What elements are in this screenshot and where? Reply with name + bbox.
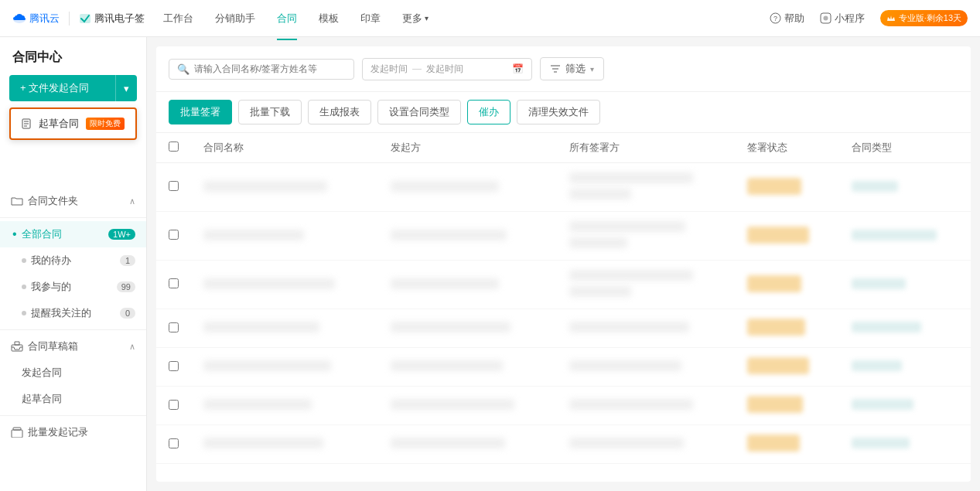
- initiate-dropdown-arrow[interactable]: ▾: [115, 75, 137, 101]
- divider-2: [0, 329, 146, 330]
- status-cell: [735, 387, 838, 425]
- folder-section-header[interactable]: 合同文件夹 ∧: [0, 188, 146, 214]
- sidebar-item-all-contracts[interactable]: 全部合同 1W+: [0, 221, 146, 247]
- calendar-icon: 📅: [512, 63, 524, 74]
- sender-cell: [378, 261, 556, 309]
- filter-chevron-icon: ▾: [590, 65, 594, 73]
- folder-chevron-icon: ∧: [129, 196, 135, 206]
- nav-contract[interactable]: 合同: [277, 9, 297, 29]
- sidebar-item-draft-contract[interactable]: 起草合同: [0, 386, 146, 412]
- search-icon: 🔍: [177, 63, 190, 75]
- sidebar-item-initiate-contract[interactable]: 发起合同: [0, 360, 146, 386]
- reminded-badge: 0: [120, 308, 135, 319]
- page-title: 合同中心: [0, 37, 146, 75]
- signers-cell: [557, 309, 735, 348]
- date-range-picker[interactable]: 发起时间 — 发起时间 📅: [362, 58, 532, 80]
- page-layout: 合同中心 + 文件发起合同 ▾ 起草合同: [0, 37, 980, 491]
- table-row: [156, 309, 971, 348]
- content-card: 🔍 发起时间 — 发起时间 📅 筛选 ▾: [156, 46, 971, 482]
- contract-name-cell: [191, 163, 378, 212]
- nav-workbench[interactable]: 工作台: [163, 9, 193, 29]
- date-end-label: 发起时间: [426, 63, 463, 76]
- col-contract-name: 合同名称: [191, 133, 378, 163]
- type-cell: [839, 163, 971, 212]
- sidebar-item-batch-records[interactable]: 批量发起记录: [0, 419, 146, 445]
- filter-button[interactable]: 筛选 ▾: [540, 57, 604, 80]
- sidebar-item-my-pending[interactable]: 我的待办 1: [0, 247, 146, 274]
- tencent-cloud-logo[interactable]: 腾讯云: [12, 12, 60, 26]
- help-icon: ?: [770, 12, 781, 24]
- svg-rect-11: [12, 430, 22, 438]
- row-checkbox[interactable]: [169, 181, 179, 191]
- vip-badge[interactable]: 专业版·剩余13天: [880, 10, 968, 26]
- status-cell: [735, 348, 838, 387]
- col-sender: 发起方: [378, 133, 556, 163]
- type-cell: [839, 212, 971, 261]
- nav-distribution[interactable]: 分销助手: [215, 9, 255, 29]
- nav-right-area: ? 帮助 小程序 专业版·剩余13天: [770, 10, 968, 26]
- sender-cell: [378, 348, 556, 387]
- esign-logo[interactable]: 腾讯电子签: [69, 12, 145, 26]
- batch-download-button[interactable]: 批量下载: [238, 100, 302, 124]
- inbox-svg: [11, 341, 23, 352]
- initiate-dropdown-menu: 起草合同 限时免费: [9, 107, 137, 140]
- chevron-down-icon: ▾: [425, 14, 429, 22]
- contract-name-cell: [191, 261, 378, 309]
- dot-icon: [22, 258, 26, 263]
- nav-seal[interactable]: 印章: [360, 9, 381, 29]
- table-row: [156, 387, 971, 425]
- status-cell: [735, 425, 838, 464]
- help-link[interactable]: ? 帮助: [770, 12, 804, 26]
- search-input-wrap[interactable]: 🔍: [169, 59, 354, 80]
- row-checkbox[interactable]: [169, 438, 179, 448]
- draft-chevron-icon: ∧: [129, 342, 135, 352]
- nav-template[interactable]: 模板: [319, 9, 339, 29]
- sidebar: 合同中心 + 文件发起合同 ▾ 起草合同: [0, 37, 147, 491]
- batch-sign-button[interactable]: 批量签署: [169, 100, 232, 124]
- miniprogram-link[interactable]: 小程序: [820, 12, 865, 26]
- contract-name-cell: [191, 348, 378, 387]
- all-contracts-badge: 1W+: [108, 229, 135, 240]
- type-cell: [839, 309, 971, 348]
- edit-icon: [22, 118, 32, 129]
- row-checkbox[interactable]: [169, 278, 179, 288]
- generate-report-button[interactable]: 生成报表: [308, 100, 371, 124]
- participated-badge: 99: [117, 281, 135, 292]
- row-checkbox[interactable]: [169, 230, 179, 240]
- type-cell: [839, 425, 971, 464]
- type-cell: [839, 387, 971, 425]
- sidebar-item-participated[interactable]: 我参与的 99: [0, 274, 146, 300]
- clear-invalid-button[interactable]: 清理失效文件: [517, 100, 600, 124]
- esign-logo-icon: [79, 12, 91, 25]
- date-separator: —: [412, 63, 422, 74]
- search-input[interactable]: [194, 63, 346, 74]
- row-checkbox[interactable]: [169, 361, 179, 371]
- status-cell: [735, 261, 838, 309]
- set-contract-type-button[interactable]: 设置合同类型: [377, 100, 461, 124]
- date-start-label: 发起时间: [370, 63, 408, 76]
- signers-cell: [557, 387, 735, 425]
- select-all-checkbox[interactable]: [169, 142, 179, 152]
- action-toolbar: 批量签署 批量下载 生成报表 设置合同类型 催办 清理失效文件: [156, 92, 971, 133]
- draft-contract-menu-item[interactable]: 起草合同 限时免费: [11, 109, 135, 138]
- row-checkbox[interactable]: [169, 400, 179, 410]
- sender-cell: [378, 309, 556, 348]
- nav-more[interactable]: 更多 ▾: [402, 9, 429, 29]
- urge-button[interactable]: 催办: [467, 100, 510, 124]
- sidebar-section-folder: 合同文件夹 ∧: [0, 188, 146, 214]
- initiate-button-area: + 文件发起合同 ▾ 起草合同 限时免费: [0, 75, 146, 107]
- contract-name-cell: [191, 425, 378, 464]
- file-initiate-button[interactable]: + 文件发起合同: [9, 75, 115, 101]
- table-row: [156, 261, 971, 309]
- sidebar-item-reminded[interactable]: 提醒我关注的 0: [0, 300, 146, 326]
- top-navigation: 腾讯云 腾讯电子签 工作台 分销助手 合同 模板 印章 更多 ▾ ? 帮助: [0, 0, 980, 37]
- row-checkbox[interactable]: [169, 322, 179, 332]
- draft-box-header[interactable]: 合同草稿箱 ∧: [0, 333, 146, 360]
- my-pending-badge: 1: [120, 255, 135, 266]
- sender-cell: [378, 212, 556, 261]
- folder-svg: [11, 196, 23, 206]
- svg-rect-10: [12, 345, 22, 351]
- search-bar: 🔍 发起时间 — 发起时间 📅 筛选 ▾: [156, 46, 971, 92]
- select-all-header: [156, 133, 191, 163]
- svg-point-5: [823, 16, 828, 21]
